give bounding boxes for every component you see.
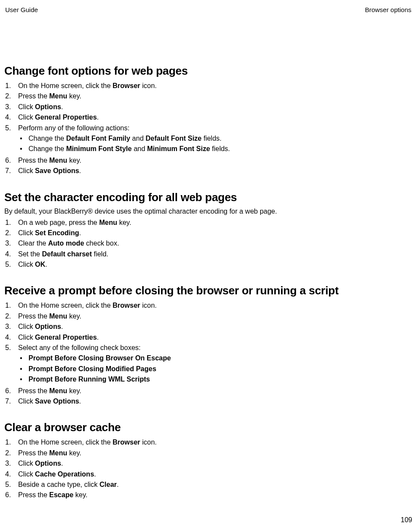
step-number: 6.	[4, 386, 18, 396]
step-item: 3.Click Options.	[4, 322, 412, 331]
step-number: 2.	[4, 312, 18, 321]
step-body: Click Set Encoding.	[18, 228, 412, 238]
step-item: 5.Click OK.	[4, 260, 412, 269]
step-item: 4.Click General Properties.	[4, 113, 412, 122]
section-intro: By default, your BlackBerry® device uses…	[4, 208, 412, 215]
step-number: 2.	[4, 91, 18, 101]
step-item: 4.Click Cache Operations.	[4, 470, 412, 479]
step-body: Click Options.	[18, 102, 412, 112]
step-number: 3.	[4, 322, 18, 331]
step-number: 5.	[4, 260, 18, 269]
step-body: Set the Default charset field.	[18, 249, 412, 259]
step-number: 5.	[4, 480, 18, 489]
step-body: Press the Escape key.	[18, 490, 412, 500]
substep-body: Prompt Before Closing Modified Pages	[28, 364, 412, 374]
substep-list: •Prompt Before Closing Browser On Escape…	[18, 353, 412, 384]
step-body: On the Home screen, click the Browser ic…	[18, 438, 412, 447]
step-number: 3.	[4, 459, 18, 468]
step-body: Press the Menu key.	[18, 448, 412, 458]
step-number: 1.	[4, 81, 18, 91]
step-item: 3.Click Options.	[4, 102, 412, 112]
section-heading: Receive a prompt before closing the brow…	[4, 284, 412, 297]
step-body: Click Options.	[18, 322, 412, 331]
page: User Guide Browser options Change font o…	[0, 0, 420, 530]
substep-body: Prompt Before Closing Browser On Escape	[28, 353, 412, 363]
step-number: 1.	[4, 301, 18, 310]
step-item: 3.Clear the Auto mode check box.	[4, 239, 412, 248]
header-left: User Guide	[5, 6, 38, 13]
step-body: Press the Menu key.	[18, 312, 412, 321]
page-content: Change font options for web pages1.On th…	[4, 64, 412, 500]
substep-body: Prompt Before Running WML Scripts	[28, 375, 412, 384]
step-number: 4.	[4, 470, 18, 479]
page-header: User Guide Browser options	[4, 6, 412, 13]
step-body: Perform any of the following actions:•Ch…	[18, 123, 412, 155]
step-body: On the Home screen, click the Browser ic…	[18, 301, 412, 310]
step-number: 1.	[4, 218, 18, 227]
bullet-icon: •	[18, 375, 28, 384]
step-number: 5.	[4, 123, 18, 155]
step-body: Click Options.	[18, 459, 412, 468]
page-number: 109	[401, 516, 412, 524]
substep-body: Change the Minimum Font Style and Minimu…	[28, 144, 412, 154]
step-item: 7.Click Save Options.	[4, 166, 412, 176]
step-body: Select any of the following check boxes:…	[18, 343, 412, 385]
steps-list: 1.On the Home screen, click the Browser …	[4, 81, 412, 176]
step-body: Press the Menu key.	[18, 386, 412, 396]
step-number: 1.	[4, 438, 18, 447]
step-number: 4.	[4, 113, 18, 122]
step-body: Click General Properties.	[18, 113, 412, 122]
step-number: 5.	[4, 343, 18, 385]
step-number: 7.	[4, 166, 18, 176]
step-item: 6.Press the Escape key.	[4, 490, 412, 500]
step-item: 1.On the Home screen, click the Browser …	[4, 301, 412, 310]
section-heading: Set the character encoding for all web p…	[4, 191, 412, 204]
step-number: 4.	[4, 333, 18, 342]
step-item: 7.Click Save Options.	[4, 397, 412, 406]
step-number: 4.	[4, 249, 18, 259]
step-number: 6.	[4, 490, 18, 500]
step-body: On the Home screen, click the Browser ic…	[18, 81, 412, 91]
section-heading: Change font options for web pages	[4, 64, 412, 78]
step-number: 2.	[4, 448, 18, 458]
steps-list: 1.On the Home screen, click the Browser …	[4, 301, 412, 406]
step-item: 2.Press the Menu key.	[4, 312, 412, 321]
step-item: 4.Click General Properties.	[4, 333, 412, 342]
substep-body: Change the Default Font Family and Defau…	[28, 134, 412, 143]
substep-item: •Change the Minimum Font Style and Minim…	[18, 144, 412, 154]
step-number: 3.	[4, 239, 18, 248]
step-body: Beside a cache type, click Clear.	[18, 480, 412, 489]
step-item: 2.Press the Menu key.	[4, 91, 412, 101]
steps-list: 1.On a web page, press the Menu key.2.Cl…	[4, 218, 412, 270]
step-body: Click Cache Operations.	[18, 470, 412, 479]
step-item: 2.Press the Menu key.	[4, 448, 412, 458]
bullet-icon: •	[18, 144, 28, 154]
step-item: 5.Perform any of the following actions:•…	[4, 123, 412, 155]
step-body: Click General Properties.	[18, 333, 412, 342]
substep-list: •Change the Default Font Family and Defa…	[18, 134, 412, 154]
step-number: 6.	[4, 156, 18, 165]
step-item: 4.Set the Default charset field.	[4, 249, 412, 259]
bullet-icon: •	[18, 353, 28, 363]
bullet-icon: •	[18, 134, 28, 143]
step-item: 2.Click Set Encoding.	[4, 228, 412, 238]
step-item: 1.On a web page, press the Menu key.	[4, 218, 412, 227]
step-body: Click Save Options.	[18, 166, 412, 176]
substep-item: •Prompt Before Closing Modified Pages	[18, 364, 412, 374]
step-body: Press the Menu key.	[18, 156, 412, 165]
step-item: 6.Press the Menu key.	[4, 386, 412, 396]
step-body: Clear the Auto mode check box.	[18, 239, 412, 248]
step-body: Click OK.	[18, 260, 412, 269]
bullet-icon: •	[18, 364, 28, 374]
step-item: 1.On the Home screen, click the Browser …	[4, 438, 412, 447]
step-body: On a web page, press the Menu key.	[18, 218, 412, 227]
section-heading: Clear a browser cache	[4, 421, 412, 434]
substep-item: •Prompt Before Running WML Scripts	[18, 375, 412, 384]
steps-list: 1.On the Home screen, click the Browser …	[4, 438, 412, 500]
substep-item: •Change the Default Font Family and Defa…	[18, 134, 412, 143]
step-body: Press the Menu key.	[18, 91, 412, 101]
step-item: 5.Beside a cache type, click Clear.	[4, 480, 412, 489]
step-number: 3.	[4, 102, 18, 112]
step-item: 6.Press the Menu key.	[4, 156, 412, 165]
substep-item: •Prompt Before Closing Browser On Escape	[18, 353, 412, 363]
